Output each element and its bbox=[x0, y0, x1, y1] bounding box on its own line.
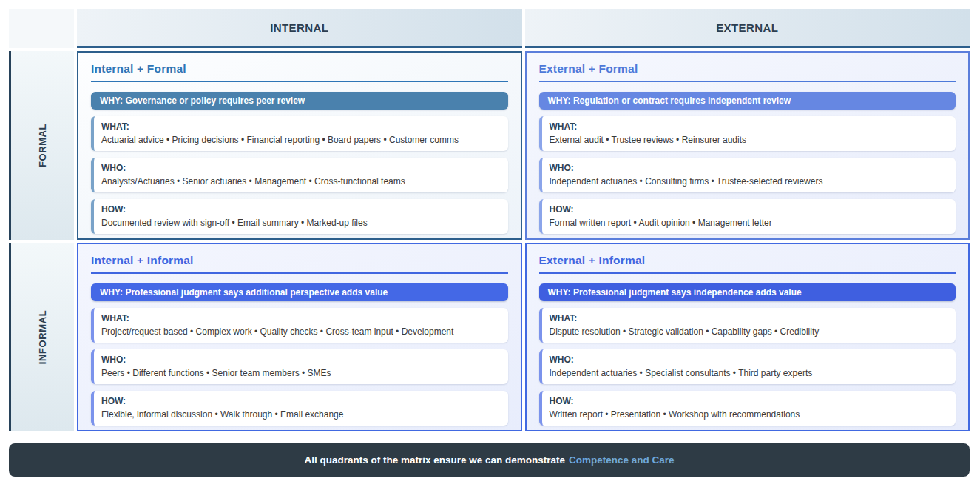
what-card: WHAT: Project/request based • Complex wo… bbox=[91, 308, 508, 343]
card-text: Flexible, informal discussion • Walk thr… bbox=[101, 408, 499, 421]
quadrant-title: Internal + Informal bbox=[91, 254, 508, 274]
card-text: Independent actuaries • Specialist consu… bbox=[550, 366, 947, 380]
card-text: Formal written report • Audit opinion • … bbox=[550, 216, 947, 229]
how-card: HOW: Formal written report • Audit opini… bbox=[539, 199, 956, 234]
peer-review-matrix-page: INTERNAL EXTERNAL FORMAL Internal + Form… bbox=[0, 0, 980, 487]
how-card: HOW: Flexible, informal discussion • Wal… bbox=[91, 391, 508, 426]
card-label: WHAT: bbox=[101, 312, 499, 325]
card-text: Dispute resolution • Strategic validatio… bbox=[550, 325, 947, 338]
why-bar: WHY: Professional judgment says independ… bbox=[539, 283, 956, 301]
what-card: WHAT: Actuarial advice • Pricing decisio… bbox=[91, 116, 508, 151]
card-label: WHAT: bbox=[101, 120, 499, 133]
quadrant-title: External + Formal bbox=[539, 62, 956, 82]
quadrant-internal-informal: Internal + Informal WHY: Professional ju… bbox=[77, 243, 522, 431]
how-card: HOW: Written report • Presentation • Wor… bbox=[539, 391, 956, 426]
card-label: HOW: bbox=[101, 394, 499, 408]
card-text: Documented review with sign-off • Email … bbox=[101, 216, 499, 229]
row-header-formal-label: FORMAL bbox=[37, 124, 48, 167]
card-text: Peers • Different functions • Senior tea… bbox=[101, 366, 499, 380]
column-header-external: EXTERNAL bbox=[525, 9, 970, 48]
card-label: WHAT: bbox=[550, 120, 947, 133]
matrix-corner-cell bbox=[9, 9, 74, 48]
who-card: WHO: Peers • Different functions • Senio… bbox=[91, 349, 508, 384]
row-header-informal-label: INFORMAL bbox=[37, 310, 48, 364]
quadrant-external-informal: External + Informal WHY: Professional ju… bbox=[525, 243, 970, 431]
card-label: WHO: bbox=[101, 161, 499, 175]
what-card: WHAT: External audit • Trustee reviews •… bbox=[539, 116, 956, 151]
who-card: WHO: Independent actuaries • Specialist … bbox=[539, 349, 956, 384]
quadrant-internal-formal: Internal + Formal WHY: Governance or pol… bbox=[77, 51, 522, 240]
who-card: WHO: Analysts/Actuaries • Senior actuari… bbox=[91, 158, 508, 192]
card-label: HOW: bbox=[550, 203, 947, 216]
quadrant-title: External + Informal bbox=[539, 254, 956, 274]
quadrant-external-formal: External + Formal WHY: Regulation or con… bbox=[525, 51, 970, 240]
footer-text: All quadrants of the matrix ensure we ca… bbox=[304, 454, 565, 466]
card-label: WHO: bbox=[101, 353, 499, 366]
quadrant-title: Internal + Formal bbox=[91, 62, 508, 82]
column-header-internal: INTERNAL bbox=[77, 9, 522, 48]
who-card: WHO: Independent actuaries • Consulting … bbox=[539, 158, 956, 192]
card-label: WHO: bbox=[550, 161, 947, 175]
card-label: WHO: bbox=[550, 353, 947, 366]
card-label: WHAT: bbox=[550, 312, 947, 325]
why-bar: WHY: Professional judgment says addition… bbox=[91, 283, 508, 301]
footer-banner: All quadrants of the matrix ensure we ca… bbox=[9, 443, 970, 477]
card-label: HOW: bbox=[550, 394, 947, 408]
card-text: Written report • Presentation • Workshop… bbox=[550, 408, 947, 421]
card-label: HOW: bbox=[101, 203, 499, 216]
why-bar: WHY: Governance or policy requires peer … bbox=[91, 92, 508, 110]
row-header-formal: FORMAL bbox=[9, 51, 74, 240]
why-bar: WHY: Regulation or contract requires ind… bbox=[539, 92, 956, 110]
matrix-grid: INTERNAL EXTERNAL FORMAL Internal + Form… bbox=[9, 9, 970, 431]
what-card: WHAT: Dispute resolution • Strategic val… bbox=[539, 308, 956, 343]
card-text: Independent actuaries • Consulting firms… bbox=[550, 175, 947, 188]
row-header-informal: INFORMAL bbox=[9, 243, 74, 431]
how-card: HOW: Documented review with sign-off • E… bbox=[91, 199, 508, 234]
card-text: Project/request based • Complex work • Q… bbox=[101, 325, 499, 338]
card-text: Analysts/Actuaries • Senior actuaries • … bbox=[101, 175, 499, 188]
footer-highlight-text: Competence and Care bbox=[569, 454, 675, 466]
card-text: External audit • Trustee reviews • Reins… bbox=[550, 133, 947, 147]
card-text: Actuarial advice • Pricing decisions • F… bbox=[101, 133, 499, 147]
